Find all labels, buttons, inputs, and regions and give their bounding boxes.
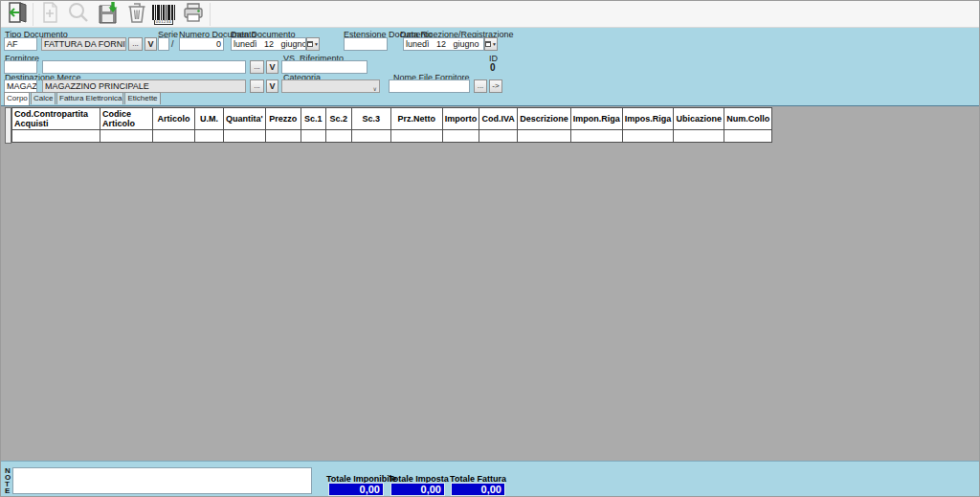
col-ubicazione: Ubicazione bbox=[674, 108, 724, 130]
exit-button[interactable] bbox=[4, 2, 31, 27]
col-sc2: Sc.2 bbox=[325, 108, 351, 130]
invoice-lines-grid[interactable]: Cod.Contropartita Acquisti Codice Artico… bbox=[11, 107, 772, 143]
printer-icon bbox=[182, 1, 205, 28]
serie-field[interactable] bbox=[158, 37, 169, 51]
tab-corpo[interactable]: Corpo bbox=[4, 92, 30, 105]
barcode-icon: 001234 bbox=[152, 5, 175, 25]
note-input[interactable] bbox=[12, 467, 312, 494]
calendar-icon bbox=[485, 41, 491, 47]
invoice-window: 001234 Tipo Documento AF FATTURA DA FORN… bbox=[0, 0, 980, 497]
toolbar-separator bbox=[210, 3, 211, 26]
grid-empty-row[interactable] bbox=[12, 130, 772, 143]
fornitore-code-field[interactable] bbox=[4, 60, 37, 74]
trash-icon bbox=[125, 1, 148, 28]
col-articolo: Articolo bbox=[153, 108, 195, 130]
col-importo: Importo bbox=[442, 108, 479, 130]
col-cod-contropartita: Cod.Contropartita Acquisti bbox=[12, 108, 100, 130]
col-prz-netto: Prz.Netto bbox=[390, 108, 442, 130]
totale-fattura-value: 0,00 bbox=[451, 483, 505, 496]
tipo-documento-check-button[interactable]: V bbox=[145, 37, 157, 51]
tipo-documento-desc-field: FATTURA DA FORNITORE bbox=[41, 37, 126, 51]
col-num-collo: Num.Collo bbox=[724, 108, 772, 130]
footer-bar: NOTE Totale Imponibile 0,00 Totale Impos… bbox=[1, 461, 979, 496]
data-ricezione-field[interactable]: lunedì 12 giugno 2023 bbox=[403, 37, 484, 51]
nome-file-browse-button[interactable]: ... bbox=[474, 79, 487, 93]
save-button[interactable] bbox=[95, 2, 122, 27]
save-floppy-icon bbox=[97, 1, 120, 28]
grid-row-selector[interactable] bbox=[5, 107, 11, 144]
tab-etichette[interactable]: Etichette bbox=[124, 92, 161, 104]
corpo-tab-panel: Cod.Contropartita Acquisti Codice Artico… bbox=[1, 105, 979, 461]
vs-riferimento-field[interactable] bbox=[281, 60, 368, 74]
data-ricezione-calendar-button[interactable]: ▼ bbox=[484, 37, 498, 51]
col-impos-riga: Impos.Riga bbox=[622, 108, 674, 130]
totale-imponibile-value: 0,00 bbox=[328, 483, 384, 496]
totale-imposta-value: 0,00 bbox=[390, 483, 445, 496]
nome-file-fornitore-field[interactable] bbox=[389, 79, 470, 93]
tab-calce[interactable]: Calce bbox=[31, 92, 56, 104]
destinazione-desc-field: MAGAZZINO PRINCIPALE bbox=[42, 79, 246, 93]
fornitore-desc-field[interactable] bbox=[42, 60, 246, 74]
search-icon bbox=[67, 1, 90, 28]
col-cod-iva: Cod.IVA bbox=[479, 108, 518, 130]
destinazione-browse-button[interactable]: ... bbox=[250, 79, 264, 93]
toolbar: 001234 bbox=[1, 1, 979, 28]
exit-door-icon bbox=[6, 1, 29, 28]
fornitore-browse-button[interactable]: ... bbox=[250, 60, 264, 74]
categoria-select[interactable]: ∨ bbox=[281, 79, 380, 93]
col-quantita: Quantita' bbox=[224, 108, 266, 130]
serie-separator: / bbox=[171, 39, 174, 49]
calendar-icon bbox=[307, 41, 313, 47]
col-codice-articolo: Codice Articolo bbox=[100, 108, 153, 130]
estensione-documento-field[interactable] bbox=[344, 37, 388, 51]
col-prezzo: Prezzo bbox=[265, 108, 301, 130]
nome-file-open-button[interactable]: -> bbox=[489, 79, 502, 93]
data-documento-calendar-button[interactable]: ▼ bbox=[306, 37, 320, 51]
toolbar-separator bbox=[33, 3, 33, 26]
barcode-number: 001234 bbox=[154, 20, 173, 25]
new-document-icon bbox=[38, 1, 61, 28]
id-value: 0 bbox=[490, 62, 496, 73]
delete-button[interactable] bbox=[123, 2, 150, 27]
data-documento-field[interactable]: lunedì 12 giugno 2023 bbox=[231, 37, 306, 51]
col-descrizione: Descrizione bbox=[518, 108, 571, 130]
destinazione-check-button[interactable]: V bbox=[266, 79, 278, 93]
print-button[interactable] bbox=[180, 2, 207, 27]
new-button bbox=[36, 2, 63, 27]
col-impon-riga: Impon.Riga bbox=[570, 108, 622, 130]
destinazione-code-field[interactable]: MAGAZ bbox=[4, 79, 37, 93]
chevron-down-icon: ▼ bbox=[492, 38, 497, 50]
tipo-documento-code-field[interactable]: AF bbox=[4, 37, 37, 51]
chevron-down-icon: ∨ bbox=[373, 83, 377, 93]
tab-fattura-elettronica[interactable]: Fattura Elettronica bbox=[56, 92, 123, 104]
fornitore-check-button[interactable]: V bbox=[266, 60, 278, 74]
tipo-documento-browse-button[interactable]: ... bbox=[128, 37, 143, 51]
note-label: NOTE bbox=[5, 467, 12, 494]
grid-header-row: Cod.Contropartita Acquisti Codice Artico… bbox=[12, 108, 772, 130]
barcode-button[interactable]: 001234 bbox=[150, 2, 177, 27]
numero-documento-field[interactable]: 0 bbox=[179, 37, 224, 51]
col-sc1: Sc.1 bbox=[301, 108, 325, 130]
col-um: U.M. bbox=[195, 108, 224, 130]
search-button bbox=[65, 2, 92, 27]
col-sc3: Sc.3 bbox=[351, 108, 390, 130]
chevron-down-icon: ▼ bbox=[314, 38, 319, 50]
